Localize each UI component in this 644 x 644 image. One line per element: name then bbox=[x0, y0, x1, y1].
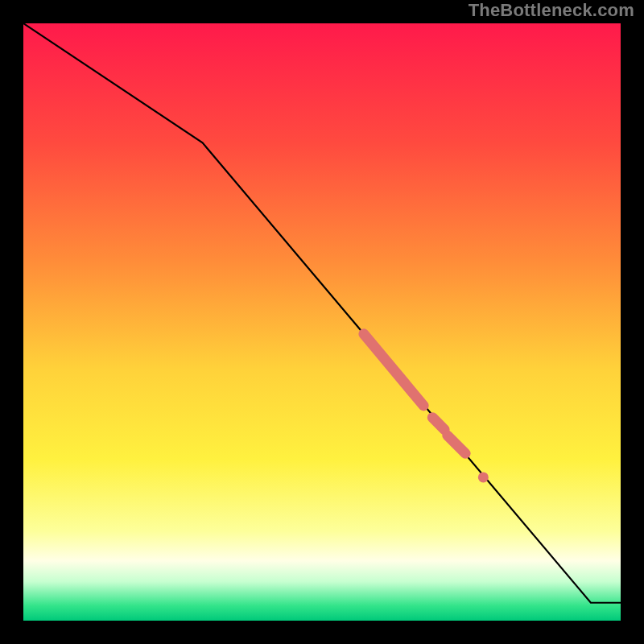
chart-frame: TheBottleneck.com bbox=[0, 0, 644, 644]
chart-svg bbox=[0, 0, 644, 644]
attribution-label: TheBottleneck.com bbox=[469, 0, 634, 21]
